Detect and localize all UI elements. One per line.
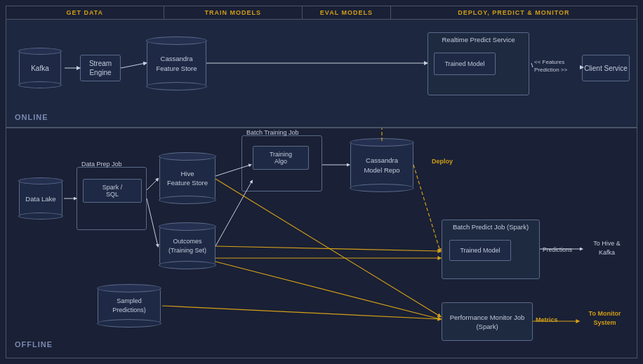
cassandra-model-repo-label: Cassandra Model Repo	[364, 156, 399, 175]
client-service-node: Client Service	[582, 55, 630, 81]
phase-deploy: DEPLOY, PREDICT & MONITOR	[391, 6, 637, 19]
deploy-label: Deploy	[432, 158, 453, 165]
outcomes-node: Outcomes (Training Set)	[159, 227, 216, 265]
client-service-label: Client Service	[584, 64, 628, 73]
data-lake-node: Data Lake	[19, 181, 62, 216]
training-algo-label: Training Algo	[270, 151, 292, 165]
data-prep-job-group: Data Prep Job Spark / SQL	[77, 167, 147, 230]
online-section: ONLINE Kafka Stream Engine Cassandra Fea…	[6, 20, 637, 128]
phase-eval: EVAL MODELS	[303, 6, 391, 19]
kafka-label: Kafka	[31, 65, 49, 72]
spark-sql-node: Spark / SQL	[83, 179, 142, 203]
outcomes-label: Outcomes (Training Set)	[168, 237, 206, 255]
offline-section: OFFLINE Data Lake Data Prep Job Spark / …	[6, 128, 637, 354]
svg-line-6	[147, 179, 158, 190]
performance-monitor-node: Performance Monitor Job (Spark)	[442, 302, 533, 341]
stream-engine-node: Stream Engine	[80, 55, 121, 81]
to-monitor-system-label: To Monitor System	[582, 309, 628, 327]
data-prep-job-label: Data Prep Job	[80, 161, 124, 168]
phase-train: TRAIN MODELS	[164, 6, 303, 19]
phase-headers: GET DATA TRAIN MODELS EVAL MODELS DEPLOY…	[6, 6, 637, 20]
trained-model-offline-node: Trained Model	[449, 240, 511, 261]
predictions-label: Predictions	[543, 246, 572, 253]
hive-feature-store-label: Hive Feature Store	[167, 169, 208, 188]
main-diagram: GET DATA TRAIN MODELS EVAL MODELS DEPLOY…	[6, 6, 637, 358]
realtime-predict-service-group: Realtime Predict Service Trained Model	[427, 32, 529, 95]
cassandra-model-repo-node: Cassandra Model Repo	[350, 142, 413, 188]
to-hive-kafka-label: To Hive & Kafka	[588, 239, 626, 257]
hive-feature-store-node: Hive Feature Store	[159, 156, 216, 200]
kafka-node: Kafka	[19, 51, 61, 85]
batch-training-job-label: Batch Training Job	[245, 129, 300, 136]
svg-line-13	[216, 246, 440, 251]
cassandra-online-label: Cassandra Feature Store	[156, 54, 197, 73]
realtime-service-label: Realtime Predict Service	[428, 36, 529, 44]
data-lake-label: Data Lake	[25, 195, 55, 203]
svg-line-7	[147, 198, 158, 246]
svg-line-3	[531, 63, 533, 67]
performance-monitor-label: Performance Monitor Job (Spark)	[445, 312, 529, 331]
spark-sql-label: Spark / SQL	[102, 184, 123, 198]
svg-line-17	[162, 306, 440, 319]
training-algo-node: Training Algo	[253, 146, 309, 170]
stream-engine-label: Stream Engine	[89, 59, 112, 77]
trained-model-online-node: Trained Model	[434, 53, 496, 75]
svg-line-16	[216, 262, 440, 319]
sampled-predictions-label: Sampled Predictions)	[112, 297, 146, 314]
features-prediction-label: << Features Prediction >>	[534, 58, 567, 74]
online-label: ONLINE	[15, 113, 48, 121]
phase-get-data: GET DATA	[6, 6, 164, 19]
offline-label: OFFLINE	[15, 340, 53, 349]
cassandra-online-node: Cassandra Feature Store	[147, 41, 206, 86]
svg-line-1	[121, 63, 145, 68]
batch-predict-job-label: Batch Predict Job (Spark)	[442, 223, 539, 231]
trained-model-online-label: Trained Model	[444, 60, 484, 67]
metrics-label: Metrics	[536, 316, 558, 323]
batch-training-job-group: Batch Training Job Training Algo	[241, 135, 322, 191]
svg-line-11	[413, 165, 440, 251]
svg-line-15	[216, 179, 440, 316]
batch-predict-job-group: Batch Predict Job (Spark) Trained Model	[442, 220, 540, 279]
trained-model-offline-label: Trained Model	[460, 247, 500, 254]
sampled-predictions-node: Sampled Predictions)	[98, 288, 161, 323]
